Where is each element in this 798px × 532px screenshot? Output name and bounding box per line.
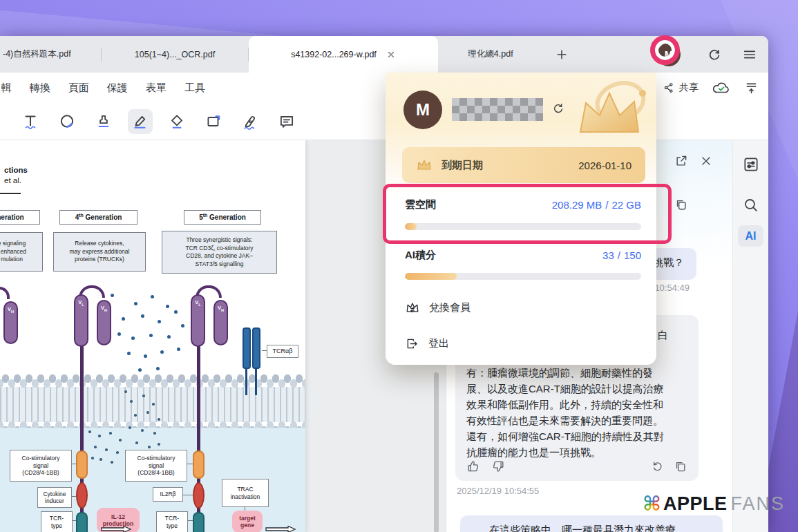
tab-label: 理化總4.pdf	[468, 48, 513, 60]
crown-swap-icon	[405, 301, 420, 314]
menu-convert[interactable]: 轉換	[30, 82, 50, 95]
question-timestamp: 10:54:49	[654, 283, 690, 293]
export-chat-icon[interactable]	[674, 154, 688, 168]
label-connector	[262, 350, 267, 351]
scfv-domain: VH	[97, 300, 111, 345]
share-button[interactable]: 共享	[663, 82, 699, 94]
pdf-header-text: ctions et al.	[4, 165, 28, 186]
cytokine-dots	[124, 390, 127, 393]
thumbs-up-icon[interactable]	[466, 459, 480, 473]
cytokine-dots	[88, 430, 91, 433]
signature-tool[interactable]	[238, 109, 263, 134]
redeem-label: 兌換會員	[429, 301, 471, 314]
menu-form[interactable]: 表單	[146, 82, 167, 95]
tab-label: 105(1~4)..._OCR.pdf	[135, 50, 215, 59]
collapse-toolbar-icon[interactable]	[744, 81, 759, 95]
eraser-tool[interactable]	[164, 109, 189, 134]
pdf-page: ctions et al. neration 4th Generation 5t…	[0, 140, 305, 532]
generation-desc-3: e signaling: enhancedmulation	[0, 232, 43, 272]
tab-label: s41392-02...269-w.pdf	[291, 50, 377, 59]
answer-actions-group	[650, 459, 687, 473]
new-tab-button[interactable]	[550, 36, 573, 73]
tab-close-icon[interactable]	[386, 50, 396, 59]
redeem-membership-button[interactable]: 兌換會員	[405, 301, 471, 314]
cytokine-inducer-label-box: Cytokineinducer	[37, 487, 72, 508]
costim-domain	[76, 450, 88, 479]
main-menu-icon[interactable]	[742, 47, 757, 62]
tcr-beta-chain	[252, 327, 260, 369]
answer-timestamp: 2025/12/19 10:54:55	[457, 486, 539, 496]
comment-tool[interactable]	[274, 109, 299, 134]
answer-fragment: 白	[658, 329, 668, 342]
avatar-initial: M	[416, 100, 430, 120]
close-panel-icon[interactable]	[699, 154, 713, 168]
regenerate-icon[interactable]	[650, 459, 664, 473]
tab-document-4[interactable]: 理化總4.pdf	[438, 36, 543, 73]
ai-badge-label: AI	[745, 230, 757, 243]
thumbs-down-icon[interactable]	[491, 459, 505, 473]
tab-label: -4)自然科題本.pdf	[3, 48, 71, 60]
highlight-annotation-box	[383, 184, 672, 244]
scfv-domain: VL	[191, 294, 205, 347]
costim-label-box: Co-stimulatorysignal(CD28/4-1BB)	[125, 450, 187, 482]
ai-assistant-button[interactable]: AI	[738, 225, 763, 247]
cell-membrane	[0, 387, 305, 422]
label-connector	[72, 496, 76, 497]
pdf-scrollbar[interactable]	[434, 372, 439, 532]
properties-sliders-icon[interactable]	[742, 155, 760, 173]
question-text: 在這些策略中，哪一種最具潛力來改善療	[489, 524, 676, 532]
account-refresh-icon[interactable]	[551, 102, 565, 115]
pdf-viewport[interactable]: ctions et al. neration 4th Generation 5t…	[0, 140, 446, 532]
scfv-domain: VH	[213, 300, 228, 345]
il2rb-label-box: IL2Rβ	[153, 487, 183, 502]
costim-label-box: Co-stimulatorysignal(CD28/4-1BB)	[10, 450, 72, 482]
tabbar-spacer	[573, 36, 657, 73]
tab-document-active[interactable]: s41392-02...269-w.pdf	[249, 36, 438, 73]
tcr-signal-domain	[193, 512, 205, 532]
scfv-linker	[0, 287, 10, 299]
rectangle-tool[interactable]	[201, 109, 226, 134]
stamp-tool[interactable]	[91, 109, 116, 134]
costim-domain	[193, 450, 205, 479]
generation-desc-5: Three synergistic signals:TCR CD3ζ, co-s…	[162, 231, 277, 274]
copy-answer-icon[interactable]	[674, 459, 687, 473]
cytokine-inducer-domain	[76, 482, 88, 509]
sync-refresh-icon[interactable]	[707, 47, 722, 62]
generation-title-3: neration	[0, 210, 40, 225]
target-gene-box: targetgene	[232, 511, 263, 532]
label-connector	[188, 520, 193, 521]
cloud-synced-icon[interactable]	[712, 80, 730, 95]
copy-chat-icon[interactable]	[674, 198, 688, 211]
cytokine-dots	[111, 294, 114, 297]
logout-button[interactable]: 登出	[405, 336, 449, 351]
menu-tools[interactable]: 工具	[184, 82, 205, 95]
membership-expiry-banner: 到期日期 2026-01-10	[402, 147, 645, 183]
premium-crown-decoration	[554, 75, 651, 144]
share-icon	[663, 82, 674, 93]
search-icon[interactable]	[742, 196, 759, 213]
expiry-date: 2026-01-10	[578, 160, 631, 171]
expiry-label: 到期日期	[441, 159, 483, 172]
menu-edit[interactable]: 輯	[1, 82, 12, 95]
tcr-type-label-box: TCR-type	[41, 511, 73, 532]
trac-label-box: TRACinactivation	[222, 479, 269, 507]
share-label: 共享	[679, 82, 699, 94]
highlighter-tool[interactable]	[128, 109, 153, 134]
shape-draw-tool[interactable]	[55, 109, 79, 134]
arrow-shape	[101, 526, 133, 532]
ai-credits-progress-track	[405, 273, 641, 280]
tcr-signal-domain	[76, 512, 88, 532]
crown-icon	[416, 158, 433, 172]
tab-document-2[interactable]: 105(1~4)..._OCR.pdf	[102, 36, 248, 73]
logout-label: 登出	[428, 337, 449, 350]
menu-page[interactable]: 頁面	[68, 82, 89, 95]
ai-credits-value: 33/150	[602, 249, 641, 261]
text-markup-tool[interactable]	[18, 109, 43, 134]
menu-protect[interactable]: 保護	[107, 82, 128, 95]
arrow-shape	[265, 526, 297, 532]
label-connector	[187, 464, 193, 464]
highlight-annotation-ring	[650, 35, 680, 65]
generation-desc-4: Release cytokines,may express additional…	[53, 232, 146, 272]
tab-document-1[interactable]: -4)自然科題本.pdf	[0, 36, 101, 73]
answer-text: 有：腫瘤微環境的調節、細胞耐藥性的發 展、以及改進CAR-T細胞的設計以提高治療…	[466, 365, 664, 460]
